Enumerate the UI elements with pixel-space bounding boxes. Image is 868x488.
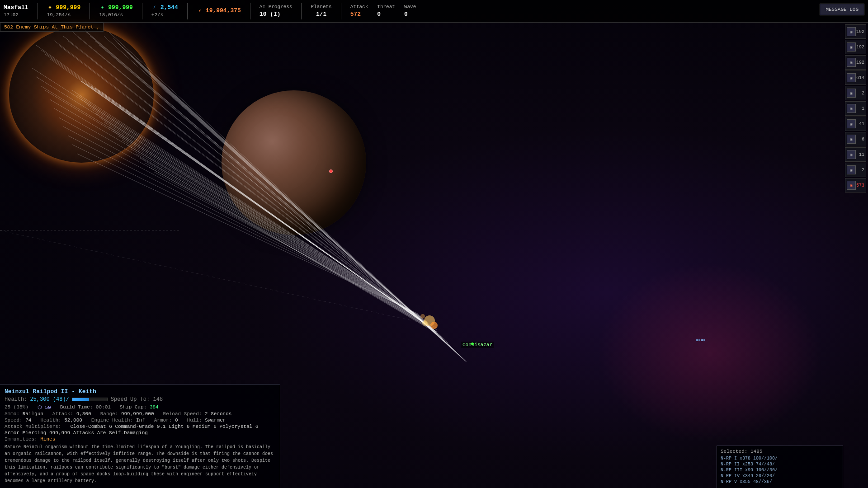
fleet-blob[interactable] [9, 27, 154, 163]
game-time: 17:02 [4, 12, 28, 19]
unit-count-1: 192 [856, 45, 864, 50]
sidebar-unit-3[interactable]: ▣ 614 [845, 70, 866, 85]
engine-stat: Engine Health: Inf [91, 418, 145, 423]
health-label-display: Health: [5, 396, 27, 403]
attack-stat: Attack: 9,300 [52, 411, 91, 417]
right-sidebar: ▣ 192 ▣ 192 ▣ 192 ▣ 614 ▣ 2 ▣ 1 ▣ 41 ▣ 6… [843, 23, 868, 194]
threat-hud: Threat 0 [377, 4, 395, 19]
speed-up-label: Speed Up To: 148 [111, 396, 163, 403]
sidebar-unit-7[interactable]: ▣ 6 [845, 132, 866, 146]
unit-icon-4: ▣ [847, 89, 856, 98]
sidebar-unit-1[interactable]: ▣ 192 [845, 40, 866, 54]
crystal-value: 999,999 [108, 4, 133, 12]
unit-icon-7: ▣ [847, 135, 856, 144]
sidebar-unit-10[interactable]: ▣ 573 [845, 178, 866, 192]
health-current: 25,300 (48)/ [30, 396, 69, 403]
hud-divider-5 [250, 3, 250, 19]
metal-value: 999,999 [56, 4, 81, 12]
svg-line-65 [0, 230, 434, 325]
metal-rate: 19,254/s [47, 12, 81, 19]
svg-point-69 [420, 314, 425, 319]
energy-resource: ⚡ 19,994,375 [197, 7, 241, 15]
unit-count-9: 2 [862, 168, 864, 173]
science-value: 2,544 [160, 4, 178, 12]
sidebar-unit-2[interactable]: ▣ 192 [845, 55, 866, 70]
attack-hud: Attack 572 [350, 4, 368, 19]
waypoint-marker [471, 343, 474, 345]
message-log-button[interactable]: MESSAGE LOG [820, 4, 864, 15]
unit-count-10: 573 [856, 183, 864, 188]
unit-count-5: 1 [862, 106, 864, 111]
ship-info-panel: Neinzul Railpod II - Keith Health: 25,30… [0, 384, 280, 488]
enemy-count-bar: 582 Enemy Ships At This Planet , [0, 23, 104, 32]
unit-count-8: 11 [859, 152, 864, 157]
unit-icon-2: ▣ [847, 58, 856, 67]
energy-icon: ⚡ [197, 8, 203, 14]
sidebar-unit-0[interactable]: ▣ 192 [845, 24, 866, 39]
health-bar-fill [72, 398, 89, 401]
hud-divider-6 [301, 3, 302, 19]
svg-point-68 [422, 320, 428, 326]
crystal-resource: ◈ 999,999 18,016/s [99, 4, 133, 19]
hud-divider-7 [341, 3, 341, 19]
attack-mult-row: Attack Multipliers: Close-Combat 6 Comma… [5, 424, 275, 429]
svg-point-66 [424, 315, 435, 326]
health-bar-container: Health: 25,300 (48)/ Speed Up To: 148 [5, 396, 275, 403]
unit-count-0: 192 [856, 29, 864, 34]
science-resource: ⚡ 2,544 +2/s [151, 4, 178, 19]
threat-label: Threat [377, 4, 395, 10]
sidebar-unit-5[interactable]: ▣ 1 [845, 101, 866, 116]
planet[interactable] [222, 90, 366, 235]
unit-count-4: 2 [862, 91, 864, 96]
build-stats-row: 25 (35%) ⬡ 50 Build Time: 00:01 Ship Cap… [5, 404, 275, 410]
sidebar-unit-4[interactable]: ▣ 2 [845, 86, 866, 100]
unit-icon-10: ▣ [847, 181, 856, 190]
ship-cap-label: Ship Cap: 384 [120, 404, 159, 410]
ship-name: Neinzul Railpod II - Keith [5, 388, 275, 395]
threat-value: 0 [377, 10, 395, 19]
concisazar-label: Concisazar [461, 342, 494, 348]
ship-description: Mature Neinzul organism without the time… [5, 444, 275, 484]
selected-item-4: N-RP V x355 48//36/ [721, 479, 839, 484]
armor-piercing-row: Armor Piercing 999,999 Attacks Are Self-… [5, 430, 275, 436]
selected-item-1: N-RP II x253 74//48/ [721, 462, 839, 467]
unit-icon-8: ▣ [847, 150, 856, 159]
attack-label: Attack [350, 4, 368, 10]
svg-point-67 [430, 322, 438, 329]
selected-panel: Selected: 1485 N-RP I x378 100//100/ N-R… [717, 446, 843, 488]
hud-divider-3 [142, 3, 142, 19]
planet-marker [329, 169, 333, 173]
sidebar-unit-8[interactable]: ▣ 11 [845, 147, 866, 162]
unit-icon-3: ▣ [847, 73, 856, 82]
ai-progress-label: AI Progress [259, 4, 292, 10]
unit-icon-6: ▣ [847, 119, 856, 128]
unit-icon-1: ▣ [847, 42, 856, 52]
ai-progress-value: 10 (I) [259, 10, 292, 19]
planet-name: Masfall [4, 4, 28, 12]
hud-divider-1 [38, 3, 38, 19]
science-rate: +2/s [151, 12, 178, 19]
science-icon: ⚡ [151, 5, 158, 11]
physical-stats-row: Speed: 74 Health: 52,000 Engine Health: … [5, 418, 275, 423]
unit-icon-9: ▣ [847, 165, 856, 174]
combat-stats-row: Ammo: Railgun Attack: 9,300 Range: 999,9… [5, 411, 275, 417]
sidebar-unit-6[interactable]: ▣ 41 [845, 117, 866, 131]
progress-value: 25 (35%) [5, 404, 28, 410]
wave-label: Wave [404, 4, 416, 10]
energy-value: 19,994,375 [206, 7, 241, 15]
metal-resource: ◆ 999,999 19,254/s [47, 4, 81, 19]
planets-label: Planets [311, 4, 331, 10]
metal-icon: ◆ [47, 5, 53, 11]
selected-item-0: N-RP I x378 100//100/ [721, 456, 839, 461]
top-hud: Masfall 17:02 ◆ 999,999 19,254/s ◈ 999,9… [0, 0, 868, 23]
sidebar-unit-9[interactable]: ▣ 2 [845, 163, 866, 177]
small-ships-cluster [696, 339, 705, 341]
planets-hud: Planets 1/1 [311, 4, 331, 19]
attack-value: 572 [350, 10, 368, 19]
wave-hud: Wave 0 [404, 4, 416, 19]
planets-value: 1/1 [316, 10, 326, 19]
build-time: Build Time: 00:01 [60, 404, 111, 410]
planet-info: Masfall 17:02 [4, 4, 28, 19]
speed-stat: Speed: 74 [5, 418, 31, 423]
wave-value: 0 [404, 10, 416, 19]
